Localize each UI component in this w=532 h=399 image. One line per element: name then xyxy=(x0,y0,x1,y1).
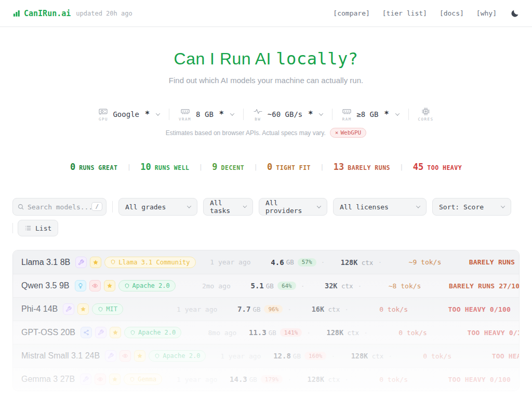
wrench-icon xyxy=(75,257,87,268)
spec-gpu[interactable]: GPUGoogle* xyxy=(98,107,159,122)
model-verdict: TOO HEAVY 0/100 xyxy=(408,376,511,383)
wrench-icon xyxy=(98,329,104,336)
dropdown-providers[interactable]: All providers xyxy=(259,198,327,216)
eye-icon xyxy=(97,376,103,382)
vram-percent-badge: 96% xyxy=(264,305,283,313)
vram-percent-badge: 179% xyxy=(261,375,283,383)
license-badge: Apache 2.0 xyxy=(118,280,176,291)
webgpu-badge[interactable]: × WebGPU xyxy=(330,128,366,138)
separator-dot: · xyxy=(287,376,291,383)
table-row[interactable]: Mistral Small 3.1 24BApache 2.01 year ag… xyxy=(13,344,519,367)
dropdown-grades[interactable]: All grades xyxy=(118,198,197,216)
wrench-icon xyxy=(83,376,89,382)
model-size: 14.3GB179% xyxy=(217,375,283,383)
table-row[interactable]: GPT-OSS 20BApache 2.08mo ago11.3GB141%·1… xyxy=(13,321,519,344)
spec-star: * xyxy=(308,110,313,119)
license-icon xyxy=(154,353,160,359)
star-icon xyxy=(112,376,118,382)
dropdown-licenses[interactable]: All licenses xyxy=(333,198,427,216)
list-view-button[interactable]: List xyxy=(18,220,58,236)
stat-count: 0 xyxy=(70,162,75,172)
search-shortcut-key: / xyxy=(91,202,102,211)
divider: | xyxy=(320,163,324,171)
theme-toggle[interactable] xyxy=(510,9,520,18)
license-badge: Llama 3.1 Community xyxy=(104,257,195,268)
table-row[interactable]: Phi-4 14BMIT1 year ago7.7GB96%·16K ctx·0… xyxy=(13,297,519,321)
chevron-down-icon xyxy=(230,111,234,115)
model-verdict: TOO HEAVY 0/100 xyxy=(408,305,511,313)
table-row[interactable]: Gemma 3 27BGemma1 year ago14.3GB179%·128… xyxy=(13,367,519,391)
branch-icon xyxy=(83,329,89,336)
spec-vram[interactable]: VRAM8 GB* xyxy=(179,107,234,122)
bandwidth-icon xyxy=(253,107,263,116)
model-age: 1 year ago xyxy=(162,376,217,383)
dropdown-label: Sort: Score xyxy=(439,203,484,211)
dropdown-label: All grades xyxy=(125,203,166,211)
divider: | xyxy=(127,163,131,171)
ctx-value: 128K xyxy=(351,352,368,360)
close-icon[interactable]: × xyxy=(335,129,339,136)
ram-icon xyxy=(342,107,352,116)
row-metrics: 8mo ago11.3GB141%·128K ctx·0 tok/sTOO HE… xyxy=(181,328,520,337)
table-row[interactable]: Qwen 3.5 9BApache 2.02mo ago5.1GB64%·32K… xyxy=(13,274,519,297)
search-input[interactable] xyxy=(28,203,102,211)
top-bar: CanIRun.ai updated 20h ago [compare][tie… xyxy=(0,0,532,27)
ctx-unit: ctx xyxy=(324,305,340,313)
nav-link-why[interactable]: [why] xyxy=(476,9,497,17)
model-speed: 0 tok/s xyxy=(377,329,427,337)
search-box[interactable]: / xyxy=(12,198,107,216)
model-context: 128K ctx xyxy=(329,258,373,267)
page-subtitle: Find out which AI models your machine ca… xyxy=(0,76,532,85)
chevron-down-icon xyxy=(501,204,505,208)
table-row[interactable]: Llama 3.1 8BLlama 3.1 Community1 year ag… xyxy=(13,250,519,274)
stat-count: 45 xyxy=(413,162,423,172)
license-icon xyxy=(130,330,136,336)
spec-summary: GPUGoogle*VRAM8 GB*BW~60 GB/s*RAM≥8 GB*C… xyxy=(0,107,532,138)
wrench-icon xyxy=(80,374,91,385)
size-unit: GB xyxy=(269,329,276,337)
specs-hint-text: Estimates based on browser APIs. Actual … xyxy=(166,129,326,137)
model-size: 11.3GB141% xyxy=(236,328,302,337)
model-name: Gemma 3 27B xyxy=(21,375,75,384)
license-badge: Apache 2.0 xyxy=(124,327,181,338)
stat-runs-well: 10RUNS WELL xyxy=(140,162,189,172)
logo[interactable]: CanIRun.ai xyxy=(12,9,71,18)
model-context: 16K ctx xyxy=(296,305,340,313)
eye-icon xyxy=(92,283,98,289)
vram-percent-badge: 57% xyxy=(298,258,316,267)
dropdown-label: All tasks xyxy=(210,199,242,215)
model-age: 2mo ago xyxy=(176,282,231,290)
separator-dot: · xyxy=(358,282,362,290)
model-speed: ~9 tok/s xyxy=(391,258,441,266)
size-value: 11.3 xyxy=(249,328,267,337)
spec-label: BW xyxy=(255,117,261,122)
stat-count: 0 xyxy=(267,162,272,172)
nav-link-tier-list[interactable]: [tier list] xyxy=(382,9,427,17)
model-table-wrap: Llama 3.1 8BLlama 3.1 Community1 year ag… xyxy=(12,250,520,391)
dropdown-sort[interactable]: Sort: Score xyxy=(432,198,511,216)
vram-percent-badge: 160% xyxy=(304,352,327,360)
star-icon xyxy=(77,303,89,315)
license-label: Apache 2.0 xyxy=(138,329,176,336)
nav-link-docs[interactable]: [docs] xyxy=(440,9,464,17)
ctx-value: 16K xyxy=(312,305,324,313)
spec-icon-wrap: RAM xyxy=(342,107,352,122)
chevron-down-icon xyxy=(416,204,420,208)
spec-ram[interactable]: RAM≥8 GB* xyxy=(342,107,398,122)
stat-label: RUNS WELL xyxy=(155,164,190,171)
divider xyxy=(112,201,113,212)
nav-link-compare[interactable]: [compare] xyxy=(333,9,369,17)
stat-count: 13 xyxy=(334,162,344,172)
spec-bandwidth[interactable]: BW~60 GB/s* xyxy=(253,107,323,122)
vram-percent-badge: 64% xyxy=(277,282,296,290)
bandwidth-icon xyxy=(253,107,263,116)
row-metrics: 2mo ago5.1GB64%·32K ctx·~8 tok/sBARELY R… xyxy=(176,282,520,290)
star-icon xyxy=(134,350,145,362)
eye-icon xyxy=(95,374,106,385)
model-speed: 0 tok/s xyxy=(358,376,408,383)
divider: | xyxy=(400,163,404,171)
dropdown-tasks[interactable]: All tasks xyxy=(203,198,253,216)
model-context: 128K ctx xyxy=(315,328,359,337)
dropdown-label: All providers xyxy=(265,199,315,215)
divider xyxy=(243,109,244,120)
